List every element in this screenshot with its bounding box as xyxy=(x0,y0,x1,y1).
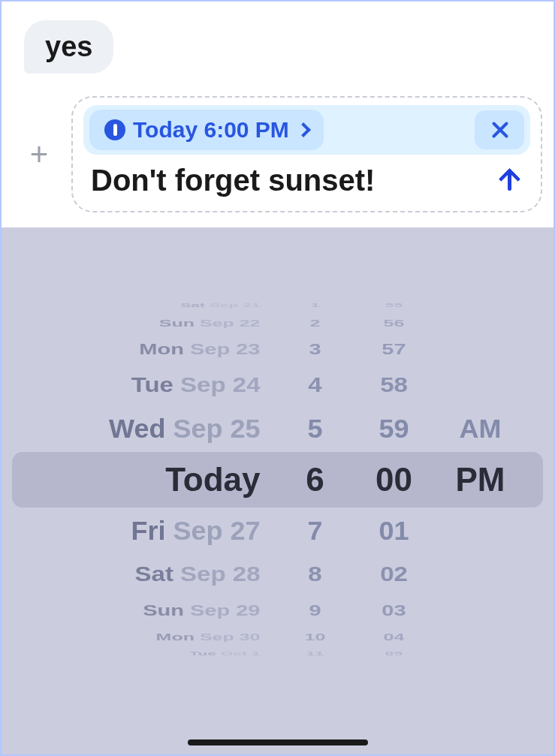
compose-row: + Today 6:00 PM xyxy=(17,96,538,212)
picker-selected-date: Today xyxy=(165,461,260,498)
picker-selected-hour: 6 xyxy=(282,461,349,498)
reminder-time-chip[interactable]: Today 6:00 PM xyxy=(89,110,324,150)
home-indicator[interactable] xyxy=(188,739,368,745)
compose-container: Today 6:00 PM xyxy=(71,96,542,212)
picker-selected-row[interactable]: Today 6 00 PM xyxy=(12,452,543,508)
picker-selected-ampm: PM xyxy=(439,461,522,498)
picker-row[interactable]: Sun Sep 29 9 03 xyxy=(2,599,553,621)
picker-row[interactable]: Mon Sep 23 3 57 xyxy=(2,338,553,360)
send-button[interactable] xyxy=(497,168,523,194)
picker-row[interactable]: Tue Oct 1 11 05 xyxy=(2,652,553,655)
info-icon xyxy=(104,119,125,140)
picker-row[interactable]: Sun Sep 22 2 56 xyxy=(2,318,553,328)
picker-row[interactable]: Sat Sep 21 1 55 xyxy=(2,303,553,307)
message-input-row xyxy=(83,164,530,197)
picker-row[interactable]: Tue Sep 24 4 58 xyxy=(2,368,553,402)
picker-row[interactable]: Mon Sep 30 10 04 xyxy=(2,631,553,642)
picker-row[interactable]: Fri Sep 27 7 01 xyxy=(2,508,553,553)
reminder-chip-row: Today 6:00 PM xyxy=(83,105,530,155)
picker-selected-minute: 00 xyxy=(349,461,439,498)
incoming-message-text: yes xyxy=(45,31,92,62)
picker-row[interactable]: Wed Sep 25 5 59 AM xyxy=(2,406,553,451)
reminder-time-label: Today 6:00 PM xyxy=(133,117,289,143)
datetime-picker[interactable]: Sat Sep 21 1 55 Sun Sep 22 2 56 Mon Sep … xyxy=(2,227,553,754)
picker-row[interactable]: Sat Sep 28 8 02 xyxy=(2,557,553,592)
chevron-right-icon xyxy=(296,122,311,137)
chat-area: yes + Today 6:00 PM xyxy=(2,2,553,227)
picker-wheel[interactable]: Sat Sep 21 1 55 Sun Sep 22 2 56 Mon Sep … xyxy=(2,299,553,661)
incoming-message-bubble: yes xyxy=(24,20,113,74)
remove-reminder-button[interactable] xyxy=(475,110,524,149)
add-attachment-button[interactable]: + xyxy=(20,137,58,173)
close-icon xyxy=(490,121,508,139)
message-input[interactable] xyxy=(91,164,485,197)
